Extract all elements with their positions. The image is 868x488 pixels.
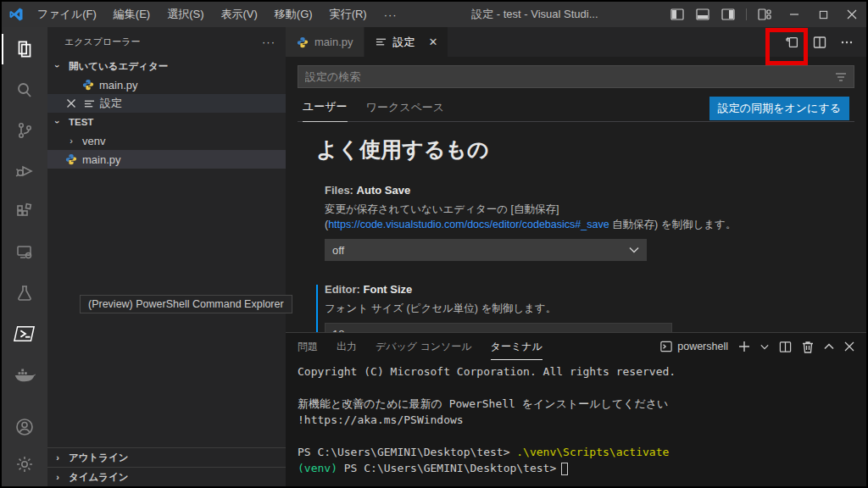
terminal-line: PS C:\Users\GEMINI\Desktop\test> .\venv\… [298,444,866,460]
tab-debug-console[interactable]: デバッグ コンソール [376,334,472,359]
font-size-input[interactable] [325,323,672,332]
tab-problems[interactable]: 問題 [298,334,318,359]
activity-bar [2,27,47,486]
close-panel-icon[interactable] [844,341,854,352]
run-debug-icon[interactable] [2,151,47,191]
remote-explorer-icon[interactable] [2,232,47,273]
setting-files-auto-save: Files: Auto Save 変更が保存されていないエディターの [自動保存… [316,184,846,261]
maximize-panel-icon[interactable] [824,343,834,350]
explorer-icon[interactable] [2,29,47,69]
chevron-down-icon: › [53,59,63,73]
filter-icon[interactable] [835,72,847,82]
settings-section-heading: よく使用するもの [316,136,846,164]
terminal-dropdown-icon[interactable] [760,344,769,350]
toggle-panel-icon[interactable] [691,4,715,25]
window-controls [780,3,866,26]
close-tab-icon[interactable]: ✕ [429,36,438,48]
menu-go[interactable]: 移動(G) [268,4,320,25]
python-file-icon [64,152,78,166]
extensions-icon[interactable] [2,191,47,232]
open-editor-main-py[interactable]: main.py [47,75,286,94]
chevron-right-icon: › [51,472,64,482]
split-editor-icon[interactable] [810,33,829,52]
explorer-sidebar: エクスプローラー ··· › 開いているエディター main.py [47,27,286,486]
toggle-sidebar-icon[interactable] [665,4,689,25]
powershell-explorer-icon[interactable] [2,313,47,354]
menu-bar: ファイル(F) 編集(E) 選択(S) 表示(V) 移動(G) 実行(R) ··… [31,4,404,25]
terminal-shell-selector[interactable]: powershell [660,341,728,352]
sidebar-title: エクスプローラー [64,36,141,48]
vscode-logo-icon [2,7,31,22]
terminal-line: !https://aka.ms/PSWindows [298,412,866,428]
settings-sync-button[interactable]: 設定の同期をオンにする [709,97,849,120]
kill-terminal-icon[interactable] [802,341,814,353]
minimize-button[interactable] [780,3,809,26]
settings-editor-icon [375,36,388,49]
settings-gear-icon[interactable] [2,446,47,483]
chevron-down-icon: › [53,115,63,129]
settings-search[interactable] [298,65,854,88]
python-file-icon [81,78,95,92]
chevron-right-icon: › [64,136,78,146]
open-editor-settings[interactable]: 設定 [47,94,286,113]
menu-view[interactable]: 表示(V) [214,4,264,25]
menu-run[interactable]: 実行(R) [323,4,374,25]
chevron-right-icon: › [51,452,64,463]
titlebar-separator [746,8,747,20]
settings-editor: ユーザー ワークスペース 設定の同期をオンにする よく使用するもの Files:… [286,57,866,332]
outline-section[interactable]: › アウトライン [47,447,286,467]
title-bar: ファイル(F) 編集(E) 選択(S) 表示(V) 移動(G) 実行(R) ··… [2,2,866,27]
tab-workspace-settings[interactable]: ワークスペース [366,95,445,122]
settings-scope-tabs: ユーザー ワークスペース 設定の同期をオンにする [298,95,854,122]
tab-main-py[interactable]: main.py [286,27,364,57]
setting-editor-font-size: Editor: Font Size フォント サイズ (ピクセル単位) を制御し… [316,283,846,332]
terminal-line: (venv) PS C:\Users\GEMINI\Desktop\test> [298,460,866,476]
split-terminal-icon[interactable] [779,341,792,353]
menu-edit[interactable]: 編集(E) [107,4,157,25]
layout-controls [665,4,776,25]
test-beaker-icon[interactable] [2,273,47,313]
terminal-icon [660,341,672,352]
menu-file[interactable]: ファイル(F) [31,4,103,25]
new-terminal-icon[interactable] [738,341,750,352]
vscode-window: ファイル(F) 編集(E) 選択(S) 表示(V) 移動(G) 実行(R) ··… [0,0,868,488]
toggle-secondary-sidebar-icon[interactable] [716,4,740,25]
open-editors-header[interactable]: › 開いているエディター [47,57,286,75]
more-actions-icon[interactable] [837,33,856,52]
tree-item-venv[interactable]: › venv [47,131,286,150]
annotation-highlight-rectangle [765,28,808,65]
tab-output[interactable]: 出力 [337,334,357,359]
account-icon[interactable] [2,408,47,446]
settings-search-input[interactable] [298,70,835,83]
bottom-panel: 問題 出力 デバッグ コンソール ターミナル powershell [286,332,866,486]
terminal-output[interactable]: Copyright (C) Microsoft Corporation. All… [286,360,866,486]
powershell-tooltip: (Preview) PowerShell Command Explorer [80,295,292,313]
menu-selection[interactable]: 選択(S) [160,4,210,25]
folder-test-header[interactable]: › TEST [47,113,286,131]
menu-more-ellipsis[interactable]: ··· [377,6,404,24]
autosave-doc-link[interactable]: https://code.visualstudio.com/docs/edito… [328,219,609,230]
panel-actions: powershell [660,341,854,353]
source-control-icon[interactable] [2,110,47,151]
timeline-section[interactable]: › タイムライン [47,467,286,486]
search-icon[interactable] [2,69,47,110]
tree-item-main-py[interactable]: main.py [47,150,286,169]
tab-settings[interactable]: 設定 ✕ [364,27,449,57]
close-icon[interactable] [64,97,78,110]
maximize-button[interactable] [809,3,837,26]
settings-editor-icon [82,97,96,110]
window-title: 設定 - test - Visual Studi... [404,7,665,22]
close-window-button[interactable] [837,3,866,26]
tab-user-settings[interactable]: ユーザー [303,94,348,122]
auto-save-dropdown[interactable]: off [325,239,647,261]
terminal-line: 新機能と改善のために最新の PowerShell をインストールしてください [298,396,866,412]
sidebar-more-icon[interactable]: ··· [262,36,275,48]
docker-icon[interactable] [2,354,47,395]
terminal-line: Copyright (C) Microsoft Corporation. All… [298,363,866,380]
python-file-icon [296,36,309,49]
terminal-cursor [561,463,568,475]
tab-terminal[interactable]: ターミナル [491,334,542,360]
chevron-down-icon [629,247,639,253]
customize-layout-icon[interactable] [753,4,776,25]
